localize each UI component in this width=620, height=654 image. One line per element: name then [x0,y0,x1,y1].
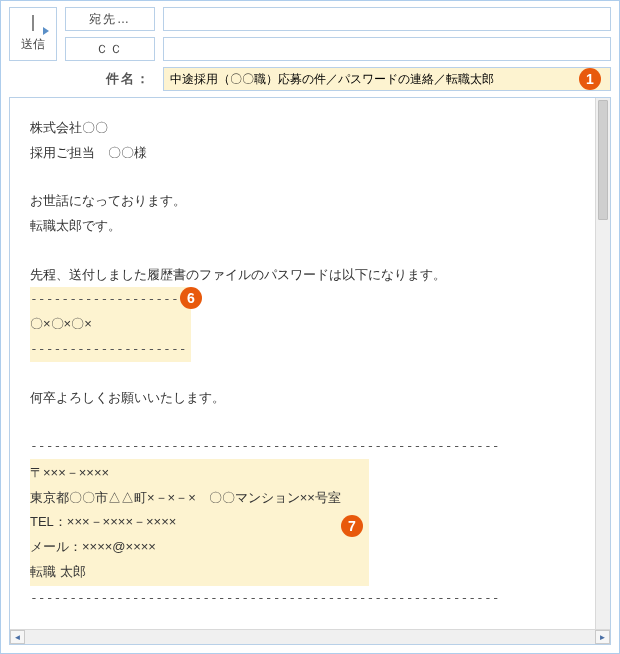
annotation-badge-1: 1 [579,68,601,90]
sig-mail: メール：××××@×××× [30,535,341,560]
scrollbar-thumb[interactable] [598,100,608,220]
to-row: 宛先… [65,7,611,31]
sig-dash-top: ----------------------------------------… [30,434,590,459]
horizontal-scrollbar[interactable]: ◄ ► [10,629,610,644]
sig-tel: TEL：×××－××××－×××× [30,510,341,535]
sig-address: 東京都〇〇市△△町×－×－× 〇〇マンション××号室 [30,486,341,511]
dash-bottom: -------------------- [30,337,187,362]
cc-row: ＣＣ [65,37,611,61]
password-block: -------------------- 〇×〇×〇× ------------… [30,287,191,361]
body-line-recipient: 採用ご担当 〇〇様 [30,141,590,166]
sig-name: 転職 太郎 [30,560,341,585]
body-line-greeting1: お世話になっております。 [30,189,590,214]
annotation-badge-7: 7 [341,515,363,537]
dash-top: -------------------- [30,287,187,312]
header-fields: 宛先… ＣＣ 件名： 1 [65,7,611,91]
send-envelope-icon [19,16,47,34]
to-input[interactable] [163,7,611,31]
password-value: 〇×〇×〇× [30,312,187,337]
to-button[interactable]: 宛先… [65,7,155,31]
scroll-left-button[interactable]: ◄ [10,630,25,644]
subject-row: 件名： 1 [65,67,611,91]
message-body[interactable]: 株式会社〇〇 採用ご担当 〇〇様 お世話になっております。 転職太郎です。 先程… [10,98,610,629]
subject-input[interactable] [163,67,611,91]
cc-button[interactable]: ＣＣ [65,37,155,61]
body-line-company: 株式会社〇〇 [30,116,590,141]
body-line-intro: 先程、送付しました履歴書のファイルのパスワードは以下になります。 [30,263,590,288]
body-line-closing: 何卒よろしくお願いいたします。 [30,386,590,411]
cc-input[interactable] [163,37,611,61]
message-body-area: 株式会社〇〇 採用ご担当 〇〇様 お世話になっております。 転職太郎です。 先程… [9,97,611,645]
compose-header: 送信 宛先… ＣＣ 件名： 1 [1,1,619,95]
send-button[interactable]: 送信 [9,7,57,61]
subject-wrap: 1 [163,67,611,91]
scroll-right-button[interactable]: ► [595,630,610,644]
vertical-scrollbar[interactable] [595,98,610,629]
sig-postal: 〒×××－×××× [30,461,341,486]
sig-dash-bottom: ----------------------------------------… [30,586,590,611]
subject-label: 件名： [65,70,155,88]
email-compose-window: 送信 宛先… ＣＣ 件名： 1 株式会社〇〇 採用ご担当 〇〇様 [0,0,620,654]
send-label: 送信 [21,36,45,53]
signature-block: 〒×××－×××× 東京都〇〇市△△町×－×－× 〇〇マンション××号室 TEL… [30,459,369,586]
annotation-badge-6: 6 [180,287,202,309]
body-line-greeting2: 転職太郎です。 [30,214,590,239]
